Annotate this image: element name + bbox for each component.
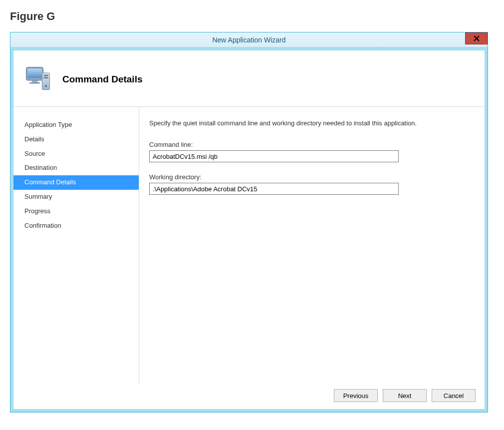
wizard-footer: Previous Next Cancel xyxy=(13,384,485,409)
wizard-header: Command Details xyxy=(13,50,485,106)
sidebar-item-command-details[interactable]: Command Details xyxy=(13,175,139,190)
window-chrome: Command Details Application Type Details… xyxy=(10,47,488,412)
wizard-window: New Application Wizard xyxy=(10,32,488,413)
window-inner: Command Details Application Type Details… xyxy=(13,50,485,409)
svg-point-9 xyxy=(45,85,47,87)
svg-rect-4 xyxy=(32,80,37,82)
sidebar-item-progress[interactable]: Progress xyxy=(13,204,139,219)
next-button[interactable]: Next xyxy=(383,389,427,402)
previous-button[interactable]: Previous xyxy=(334,389,378,402)
cancel-button[interactable]: Cancel xyxy=(432,389,476,402)
titlebar: New Application Wizard xyxy=(10,32,488,47)
sidebar: Application Type Details Source Destinat… xyxy=(13,106,139,384)
sidebar-item-source[interactable]: Source xyxy=(13,147,139,161)
svg-rect-7 xyxy=(43,75,48,76)
window-title: New Application Wizard xyxy=(212,36,285,44)
figure-label: Figure G xyxy=(10,10,494,23)
sidebar-item-summary[interactable]: Summary xyxy=(13,190,139,204)
svg-rect-8 xyxy=(43,77,48,78)
command-line-input[interactable] xyxy=(149,150,399,162)
working-directory-input[interactable] xyxy=(149,183,399,195)
close-icon xyxy=(474,35,480,41)
close-button[interactable] xyxy=(465,32,488,44)
sidebar-item-details[interactable]: Details xyxy=(13,132,139,147)
computer-icon xyxy=(23,64,53,94)
wizard-body: Application Type Details Source Destinat… xyxy=(13,106,485,384)
command-line-group: Command line: xyxy=(149,141,470,162)
instruction-text: Specify the quiet install command line a… xyxy=(149,119,470,127)
working-directory-group: Working directory: xyxy=(149,173,470,195)
sidebar-item-confirmation[interactable]: Confirmation xyxy=(13,219,139,233)
working-directory-label: Working directory: xyxy=(149,173,470,181)
command-line-label: Command line: xyxy=(149,141,470,148)
sidebar-item-application-type[interactable]: Application Type xyxy=(13,118,139,132)
sidebar-item-destination[interactable]: Destination xyxy=(13,161,139,175)
svg-rect-5 xyxy=(29,82,40,84)
main-pane: Specify the quiet install command line a… xyxy=(139,106,485,384)
svg-rect-3 xyxy=(27,68,41,78)
page-heading: Command Details xyxy=(62,74,142,85)
